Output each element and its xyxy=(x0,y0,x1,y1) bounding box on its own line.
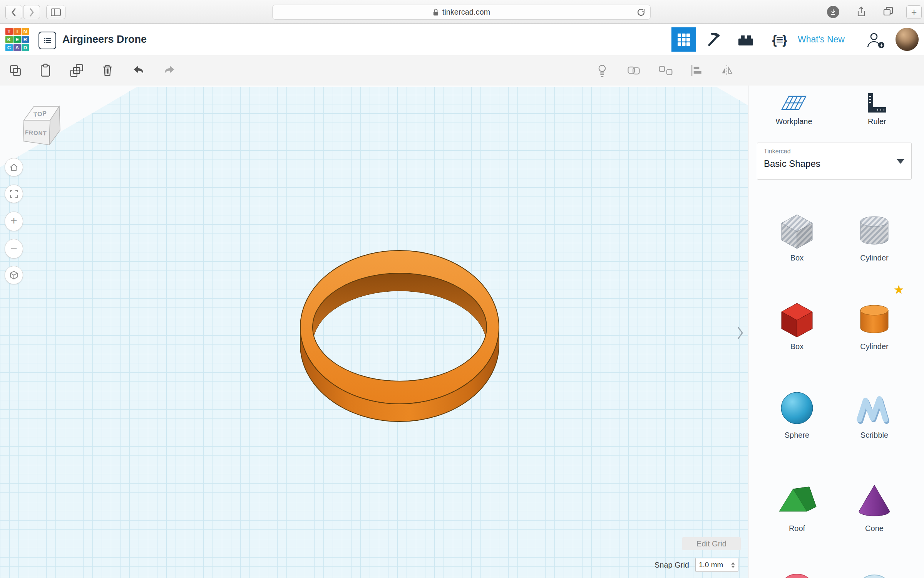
fit-view-button[interactable] xyxy=(5,185,23,203)
view-cube-front-label[interactable]: FRONT xyxy=(25,129,47,137)
shape-label: Sphere xyxy=(785,431,810,440)
share-icon xyxy=(855,6,867,18)
sidebar-icon xyxy=(51,8,61,16)
logo-tile: N xyxy=(22,28,29,35)
cube-icon xyxy=(9,270,19,280)
tabs-icon xyxy=(882,6,895,17)
panel-collapse-handle[interactable] xyxy=(735,324,745,342)
shape-tile-box-hole[interactable]: Box xyxy=(762,208,832,262)
zoom-out-button[interactable]: − xyxy=(5,239,23,259)
shape-label: Cylinder xyxy=(860,342,888,351)
codeblocks-icon: {≡} xyxy=(772,33,787,47)
whats-new-link[interactable]: What's New xyxy=(798,24,845,55)
workplane-label: Workplane xyxy=(775,117,812,126)
cylinder-icon xyxy=(851,297,897,340)
shape-tile-scribble[interactable]: Scribble xyxy=(840,385,909,440)
ruler-icon xyxy=(866,92,888,113)
ruler-label: Ruler xyxy=(868,117,886,126)
scribble-icon xyxy=(851,385,897,428)
browser-forward-button[interactable] xyxy=(23,5,40,19)
favorite-star-icon[interactable]: ★ xyxy=(894,283,904,296)
roof-icon xyxy=(774,479,820,522)
copy-button[interactable] xyxy=(7,62,24,79)
shape-label: Box xyxy=(790,254,803,262)
plus-icon: + xyxy=(10,215,17,227)
avatar[interactable] xyxy=(896,28,919,51)
paste-button[interactable] xyxy=(37,62,54,79)
delete-button[interactable] xyxy=(99,62,116,79)
shape-category-dropdown[interactable]: Tinkercad Basic Shapes xyxy=(757,143,912,180)
edit-grid-button[interactable]: Edit Grid xyxy=(682,537,741,550)
design-properties-button[interactable] xyxy=(38,32,56,49)
align-button[interactable] xyxy=(688,62,705,79)
browser-back-button[interactable] xyxy=(5,5,22,19)
grid-icon xyxy=(677,33,691,47)
address-bar[interactable]: tinkercad.com xyxy=(272,5,651,20)
browser-sidebar-toggle[interactable] xyxy=(46,5,65,19)
logo-tile: R xyxy=(22,36,29,43)
tab-overview-button[interactable] xyxy=(882,6,895,19)
workplane-tool[interactable]: Workplane xyxy=(763,92,825,126)
shape-tile-sphere[interactable]: Sphere xyxy=(762,385,832,440)
shape-tile-roof[interactable]: Roof xyxy=(762,479,832,533)
tinkercad-logo[interactable]: TIN KER CAD xyxy=(5,28,29,51)
redo-button[interactable] xyxy=(161,62,177,79)
dropdown-selected-value: Basic Shapes xyxy=(764,158,820,169)
browser-toolbar: tinkercad.com + xyxy=(0,0,924,24)
ungroup-icon xyxy=(658,63,673,78)
pickaxe-icon xyxy=(705,31,722,48)
ruler-tool[interactable]: Ruler xyxy=(846,92,908,126)
ungroup-button[interactable] xyxy=(657,62,674,79)
reload-button[interactable] xyxy=(636,7,646,19)
chevron-right-icon xyxy=(28,7,35,18)
url-text: tinkercad.com xyxy=(442,8,490,17)
shape-tile-box[interactable]: Box xyxy=(762,297,832,351)
home-view-button[interactable] xyxy=(5,158,23,176)
downloads-button[interactable] xyxy=(827,6,839,18)
stepper-arrows-icon[interactable] xyxy=(731,562,735,568)
share-button[interactable] xyxy=(855,6,867,19)
shape-tile-cone[interactable]: Cone xyxy=(840,479,909,533)
ring-shape[interactable] xyxy=(265,229,534,445)
align-icon xyxy=(689,63,704,78)
trash-icon xyxy=(100,63,115,78)
snap-grid-select[interactable]: 1.0 mm xyxy=(695,558,738,572)
mode-3d-button[interactable] xyxy=(671,27,696,52)
invite-collaborator-button[interactable] xyxy=(865,31,886,49)
reload-icon xyxy=(636,7,646,17)
minus-icon: − xyxy=(10,242,17,254)
shape-tile-cylinder[interactable]: Cylinder xyxy=(840,297,909,351)
minecraft-mode-button[interactable] xyxy=(705,31,722,48)
logo-tile: E xyxy=(13,36,21,43)
tinkercad-header: TIN KER CAD Airgineers Drone xyxy=(0,24,924,55)
cropped-shape-icon[interactable] xyxy=(857,567,892,578)
chevron-down-icon xyxy=(897,159,904,164)
tinkercad-app: tinkercad.com + TIN KER CAD Airgineers D… xyxy=(0,0,924,578)
duplicate-button[interactable] xyxy=(68,62,85,79)
perspective-toggle-button[interactable] xyxy=(5,266,23,284)
redo-icon xyxy=(161,63,177,78)
snap-grid-label: Snap Grid xyxy=(631,561,689,570)
plus-icon: + xyxy=(911,7,917,17)
duplicate-icon xyxy=(69,63,84,78)
logo-tile: I xyxy=(13,28,21,35)
codeblocks-button[interactable]: {≡} xyxy=(768,31,791,49)
shape-tile-cylinder-hole[interactable]: Cylinder xyxy=(840,208,909,262)
group-button[interactable] xyxy=(625,62,642,79)
show-all-button[interactable] xyxy=(594,62,611,79)
zoom-in-button[interactable]: + xyxy=(5,212,23,231)
bricks-mode-button[interactable] xyxy=(737,32,755,48)
cropped-shape-icon[interactable] xyxy=(780,567,814,578)
home-icon xyxy=(9,162,19,172)
view-cube[interactable]: TOP FRONT xyxy=(18,100,63,152)
viewport-3d[interactable]: TOP FRONT + − Edit Grid Snap Grid 1.0 mm xyxy=(0,86,748,578)
logo-tile: A xyxy=(13,44,21,51)
sphere-icon xyxy=(774,385,820,428)
logo-tile: C xyxy=(5,44,13,51)
edit-toolbar: Import Export Send To xyxy=(0,55,924,86)
undo-button[interactable] xyxy=(131,62,147,79)
mirror-button[interactable] xyxy=(718,62,735,79)
group-icon xyxy=(626,63,641,78)
new-tab-button[interactable]: + xyxy=(906,5,922,19)
design-title[interactable]: Airgineers Drone xyxy=(62,24,147,55)
